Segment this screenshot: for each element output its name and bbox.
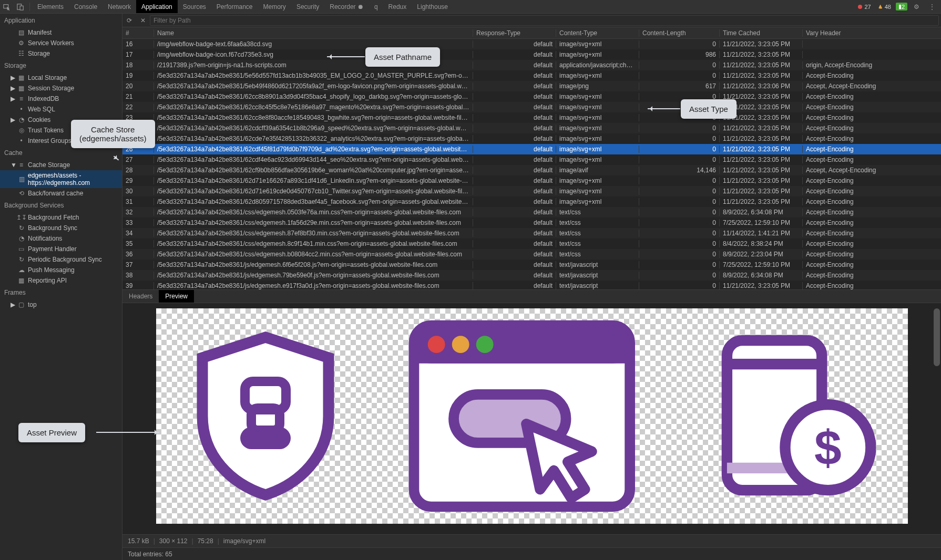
localstorage-icon: ▦: [18, 75, 25, 81]
cloud-icon: ☁: [18, 267, 25, 274]
tab-sources[interactable]: Sources: [178, 0, 211, 13]
table-row[interactable]: 25/5e3d3267a134a7ab42be8361/62cde7e35f42…: [122, 133, 941, 144]
table-row[interactable]: 21/5e3d3267a134a7ab42be8361/62cc8b8901a3…: [122, 91, 941, 102]
tab-console[interactable]: Console: [69, 0, 103, 13]
warning-badge[interactable]: 48: [876, 3, 894, 11]
table-row[interactable]: 29/5e3d3267a134a7ab42be8361/62d71e166267…: [122, 175, 941, 186]
cache-toolbar: ⟳ ✕: [122, 14, 941, 27]
filter-input[interactable]: [150, 15, 939, 26]
status-mime: image/svg+xml: [223, 537, 265, 545]
table-row[interactable]: 19/5e3d3267a134a7ab42be8361/5e56d557fd13…: [122, 70, 941, 81]
svg-point-9: [428, 336, 445, 353]
sidebar-item-top[interactable]: ▶▢top: [0, 299, 122, 310]
table-row[interactable]: 22/5e3d3267a134a7ab42be8361/62cc8c45f5c8…: [122, 102, 941, 112]
tab-redux[interactable]: Redux: [383, 0, 412, 13]
info-badge[interactable]: ▮ 2: [896, 3, 907, 11]
frame-icon: ▢: [18, 302, 25, 308]
col-time-cached[interactable]: Time Cached: [720, 29, 803, 37]
error-badge[interactable]: 27: [855, 3, 873, 11]
table-row[interactable]: 28/5e3d3267a134a7ab42be8361/62cf9b0b856d…: [122, 165, 941, 175]
table-row[interactable]: 16/img/webflow-badge-text.6faa6a38cd.svg…: [122, 39, 941, 49]
status-dimensions: 300 × 112: [159, 537, 188, 545]
sidebar-item-local-storage[interactable]: ▶▦Local Storage: [0, 72, 122, 83]
tab-network[interactable]: Network: [103, 0, 136, 13]
table-header: # Name Response-Type Content-Type Conten…: [122, 27, 941, 39]
tab-performance[interactable]: Performance: [211, 0, 258, 13]
table-row[interactable]: 17/img/webflow-badge-icon.f67cd735e3.svg…: [122, 49, 941, 60]
table-row[interactable]: 35/5e3d3267a134a7ab42be8361/css/edgemesh…: [122, 238, 941, 249]
sidebar-item-periodic-background-sync[interactable]: ↻Periodic Background Sync: [0, 254, 122, 265]
more-icon[interactable]: ⋮: [925, 0, 939, 14]
annotation-cache-store: Cache Store (edgemesh/assets): [71, 120, 155, 148]
table-row[interactable]: 20/5e3d3267a134a7ab42be8361/5eb49f4860d6…: [122, 81, 941, 91]
col-vary-header[interactable]: Vary Header: [803, 29, 941, 37]
col-content-type[interactable]: Content-Type: [556, 29, 639, 37]
table-row[interactable]: 26/5e3d3267a134a7ab42be8361/62cdf45f81d7…: [122, 144, 941, 154]
table-row[interactable]: 30/5e3d3267a134a7ab42be8361/62d71e619cde…: [122, 186, 941, 196]
sidebar-item-background-fetch[interactable]: ↥↧Background Fetch: [0, 212, 122, 223]
sidebar-item-storage[interactable]: ☷Storage: [0, 48, 122, 59]
settings-icon[interactable]: ⚙: [909, 0, 923, 14]
svg-rect-14: [727, 359, 822, 369]
devtools-topbar: ElementsConsoleNetworkApplicationSources…: [0, 0, 941, 14]
sidebar-item-edgemesh-assets-https-edgemesh[interactable]: ▥edgemesh/assets - https://edgemesh.com: [0, 170, 122, 188]
tab-elements[interactable]: Elements: [32, 0, 69, 13]
table-row[interactable]: 39/5e3d3267a134a7ab42be8361/js/edgemesh.…: [122, 281, 941, 289]
tab-q[interactable]: q: [369, 0, 383, 13]
bgfetch-icon: ↥↧: [18, 214, 25, 221]
tab-memory[interactable]: Memory: [258, 0, 291, 13]
sidebar-item-manifest[interactable]: ▤Manifest: [0, 27, 122, 38]
sidebar-item-push-messaging[interactable]: ☁Push Messaging: [0, 265, 122, 275]
col-name[interactable]: Name: [154, 29, 473, 37]
table-row[interactable]: 23/5e3d3267a134a7ab42be8361/62cc8e8f80ac…: [122, 112, 941, 123]
tab-lighthouse[interactable]: Lighthouse: [412, 0, 453, 13]
col-response-type[interactable]: Response-Type: [473, 29, 556, 37]
cache-table: # Name Response-Type Content-Type Conten…: [122, 27, 941, 289]
table-row[interactable]: 36/5e3d3267a134a7ab42be8361/css/edgemesh…: [122, 249, 941, 260]
table-row[interactable]: 18/21917389.js?em-origin=js-na1.hs-scrip…: [122, 60, 941, 70]
sidebar-item-session-storage[interactable]: ▶▦Session Storage: [0, 83, 122, 94]
sub-tab-preview[interactable]: Preview: [159, 290, 194, 303]
sidebar-item-cache-storage[interactable]: ▼≡Cache Storage: [0, 160, 122, 170]
sidebar-item-payment-handler[interactable]: ▭Payment Handler: [0, 244, 122, 254]
device-toggle-icon[interactable]: [14, 0, 27, 14]
status-size: 15.7 kB: [128, 537, 149, 545]
inspect-icon[interactable]: [0, 0, 14, 14]
sidebar-item-indexeddb[interactable]: ▶≡IndexedDB: [0, 94, 122, 104]
sidebar-item-notifications[interactable]: ◔Notifications: [0, 233, 122, 244]
sidebar-item-background-sync[interactable]: ↻Background Sync: [0, 223, 122, 233]
sidebar-item-reporting-api[interactable]: ▦Reporting API: [0, 275, 122, 286]
bfcache-icon: ⟲: [18, 190, 25, 197]
sub-tab-headers[interactable]: Headers: [122, 290, 159, 303]
sidebar-item-web-sql[interactable]: •Web SQL: [0, 104, 122, 115]
gear-icon: ⚙: [18, 40, 25, 47]
table-row[interactable]: 27/5e3d3267a134a7ab42be8361/62cdf4e6ac92…: [122, 154, 941, 165]
table-row[interactable]: 31/5e3d3267a134a7ab42be8361/62d805971578…: [122, 196, 941, 207]
image-preview: $: [156, 308, 908, 524]
table-row[interactable]: 32/5e3d3267a134a7ab42be8361/css/edgemesh…: [122, 207, 941, 217]
table-row[interactable]: 37/5e3d3267a134a7ab42be8361/js/edgemesh.…: [122, 260, 941, 270]
sidebar-item-back-forward-cache[interactable]: ⟲Back/forward cache: [0, 188, 122, 199]
sidebar-item-service-workers[interactable]: ⚙Service Workers: [0, 38, 122, 48]
tab-security[interactable]: Security: [291, 0, 324, 13]
sync-icon: ↻: [18, 225, 25, 232]
table-row[interactable]: 38/5e3d3267a134a7ab42be8361/js/edgemesh.…: [122, 270, 941, 281]
grid-icon: ▥: [19, 176, 25, 183]
preview-tabs: HeadersPreview: [122, 289, 941, 303]
preview-status-bar: 15.7 kB| 300 × 112| 75:28| image/svg+xml: [122, 534, 941, 547]
clear-button[interactable]: ✕: [136, 14, 150, 27]
svg-text:$: $: [814, 420, 842, 475]
table-row[interactable]: 34/5e3d3267a134a7ab42be8361/css/edgemesh…: [122, 228, 941, 238]
preview-pane: $: [122, 303, 941, 534]
preview-scrollbar[interactable]: [934, 308, 940, 513]
tab-recorder-[interactable]: Recorder ⏺︎: [324, 0, 369, 13]
refresh-button[interactable]: ⟳: [122, 14, 136, 27]
sidebar-section-application: Application: [0, 14, 122, 27]
col-index[interactable]: #: [122, 29, 154, 37]
table-row[interactable]: 24/5e3d3267a134a7ab42be8361/62cdcff39a63…: [122, 123, 941, 133]
svg-point-10: [452, 336, 469, 353]
table-row[interactable]: 33/5e3d3267a134a7ab42be8361/css/edgemesh…: [122, 217, 941, 228]
col-content-length[interactable]: Content-Length: [639, 29, 720, 37]
tab-application[interactable]: Application: [136, 0, 178, 13]
annotation-asset-type: Asset Type: [681, 99, 737, 119]
